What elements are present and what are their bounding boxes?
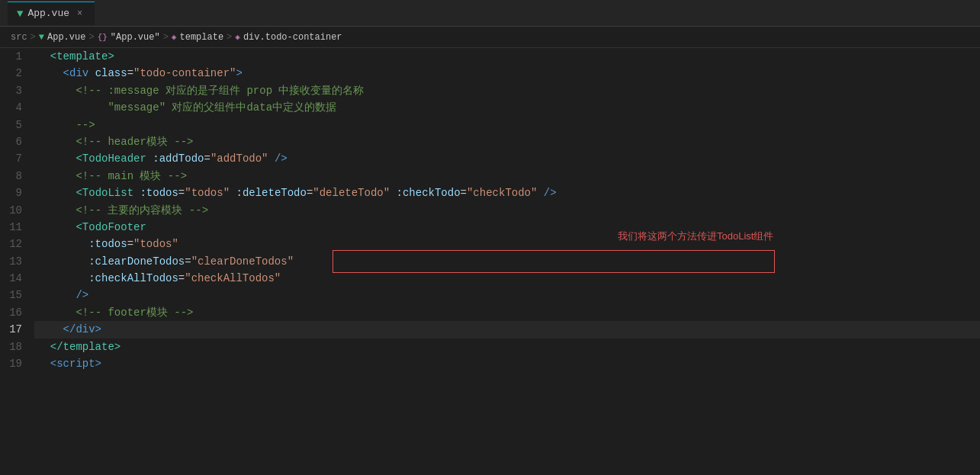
text-token: [37, 358, 50, 370]
tag-token: </div>: [63, 323, 101, 335]
breadcrumb-brace-icon: {}: [98, 33, 108, 42]
breadcrumb-appvue[interactable]: App.vue: [47, 32, 85, 43]
comment-token: <!-- 主要的内容模块 -->: [76, 204, 208, 217]
comment-token: "message" 对应的父组件中data中定义的数据: [108, 101, 336, 114]
component-token: <TodoList: [76, 187, 140, 199]
code-line: 1 <template>: [0, 48, 980, 65]
text-token: [37, 221, 76, 233]
line-code[interactable]: -->: [34, 117, 980, 133]
attr-value-token: "checkTodo": [467, 187, 537, 199]
tab-filename: App.vue: [27, 8, 69, 19]
line-number: 14: [0, 270, 34, 287]
attr-value-token: "checkAllTodos": [185, 272, 281, 284]
line-code[interactable]: <!-- footer模块 -->: [34, 304, 980, 321]
line-code[interactable]: <TodoFooter: [34, 219, 980, 236]
line-number: 7: [0, 150, 34, 167]
tag-token: <script>: [50, 358, 101, 370]
attr-value-token: "clearDoneTodos": [191, 255, 294, 268]
comment-token: -->: [76, 119, 95, 131]
code-line: 9 <TodoList :todos="todos" :deleteTodo="…: [0, 185, 980, 201]
text-token: [37, 170, 76, 182]
component-token: <TodoFooter: [76, 221, 146, 233]
attr-name-token: :deleteTodo: [236, 187, 306, 199]
code-line: 13 :clearDoneTodos="clearDoneTodos": [0, 253, 980, 270]
code-line: 14 :checkAllTodos="checkAllTodos": [0, 270, 980, 287]
text-token: [37, 136, 76, 148]
line-code[interactable]: />: [34, 287, 980, 303]
line-number: 18: [0, 339, 34, 355]
breadcrumb-template[interactable]: template: [179, 32, 223, 43]
attr-name-token: :checkTodo: [397, 187, 461, 199]
text-token: [37, 272, 88, 284]
annotation-label: 我们将这两个方法传进TodoList组件: [618, 229, 773, 243]
text-token: [37, 85, 76, 97]
line-code[interactable]: <template>: [34, 48, 980, 65]
line-code[interactable]: </div>: [34, 321, 980, 338]
text-token: [37, 119, 76, 131]
code-line: 5 -->: [0, 117, 980, 133]
attr-value-token: "addTodo": [210, 152, 268, 165]
code-line: 11 <TodoFooter: [0, 219, 980, 236]
comment-token: <!-- main 模块 -->: [76, 170, 187, 182]
line-code[interactable]: <TodoHeader :addTodo="addTodo" />: [34, 150, 980, 167]
line-number: 19: [0, 355, 34, 372]
line-code[interactable]: <!-- main 模块 -->: [34, 168, 980, 185]
tag-token: <div: [63, 67, 95, 79]
equal-token: =: [178, 187, 185, 199]
breadcrumb-sep-4: >: [227, 32, 232, 43]
line-number: 6: [0, 133, 34, 150]
code-line: 3 <!-- :message 对应的是子组件 prop 中接收变量的名称: [0, 82, 980, 99]
breadcrumb-sep-3: >: [163, 32, 169, 43]
line-code[interactable]: <TodoList :todos="todos" :deleteTodo="de…: [34, 185, 980, 201]
code-line: 7 <TodoHeader :addTodo="addTodo" />: [0, 150, 980, 167]
line-code[interactable]: <!-- :message 对应的是子组件 prop 中接收变量的名称: [34, 82, 980, 99]
title-bar: ▼ App.vue ×: [0, 0, 980, 27]
breadcrumb-appvue-str[interactable]: "App.vue": [111, 32, 160, 43]
breadcrumb-vue-icon: ▼: [39, 32, 44, 43]
code-line: 16 <!-- footer模块 -->: [0, 304, 980, 321]
code-line: 4 "message" 对应的父组件中data中定义的数据: [0, 99, 980, 116]
breadcrumb: src > ▼ App.vue > {} "App.vue" > ◈ templ…: [0, 27, 980, 48]
breadcrumb-template-icon: ◈: [172, 32, 177, 42]
comment-token: <!-- header模块 -->: [76, 136, 193, 148]
text-token: [37, 101, 108, 114]
line-code[interactable]: <!-- header模块 -->: [34, 133, 980, 150]
line-code[interactable]: :clearDoneTodos="clearDoneTodos": [34, 253, 980, 270]
line-code[interactable]: </template>: [34, 339, 980, 355]
code-line: 6 <!-- header模块 -->: [0, 133, 980, 150]
comment-token: <!-- :message 对应的是子组件 prop 中接收变量的名称: [76, 85, 364, 97]
vue-icon: ▼: [17, 8, 23, 20]
text-token: [37, 323, 63, 335]
code-line: 12 :todos="todos": [0, 236, 980, 252]
line-number: 1: [0, 48, 34, 65]
equal-token: =: [204, 152, 210, 165]
component-token: <TodoHeader: [76, 152, 153, 165]
breadcrumb-sep-1: >: [31, 32, 36, 43]
text-token: [37, 50, 50, 63]
code-line: 10 <!-- 主要的内容模块 -->: [0, 202, 980, 219]
text-token: [37, 67, 63, 79]
line-code[interactable]: "message" 对应的父组件中data中定义的数据: [34, 99, 980, 116]
line-code[interactable]: :todos="todos": [34, 236, 980, 252]
editor-tab[interactable]: ▼ App.vue ×: [8, 2, 95, 25]
line-code[interactable]: <div class="todo-container">: [34, 65, 980, 82]
text-token: [37, 255, 88, 268]
line-number: 11: [0, 219, 34, 236]
equal-token: =: [127, 238, 133, 250]
text-token: [37, 289, 76, 301]
line-number: 8: [0, 168, 34, 185]
code-line: 17 </div>: [0, 321, 980, 338]
code-line: 15 />: [0, 287, 980, 303]
line-code[interactable]: :checkAllTodos="checkAllTodos": [34, 270, 980, 287]
line-code[interactable]: <!-- 主要的内容模块 -->: [34, 202, 980, 219]
breadcrumb-div[interactable]: div.todo-container: [243, 32, 342, 43]
equal-token: =: [185, 255, 191, 268]
tag-token: />: [268, 152, 288, 165]
editor-area: 1 <template>2 <div class="todo-container…: [0, 48, 980, 475]
tag-token: />: [537, 187, 556, 199]
close-tab-button[interactable]: ×: [74, 7, 85, 21]
line-code[interactable]: <script>: [34, 355, 980, 372]
equal-token: =: [178, 272, 185, 284]
code-line: 8 <!-- main 模块 -->: [0, 168, 980, 185]
equal-token: =: [127, 67, 133, 79]
